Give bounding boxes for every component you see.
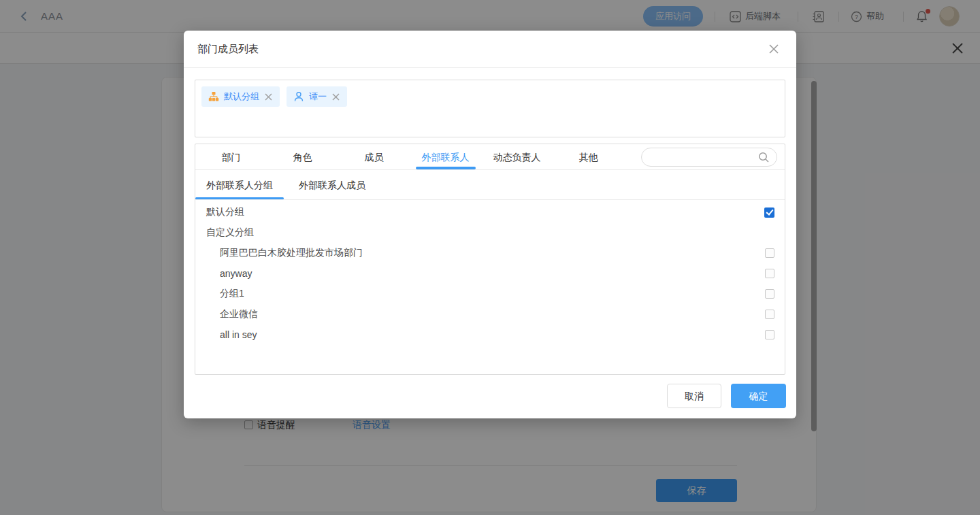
cancel-button[interactable]: 取消	[667, 384, 721, 408]
department-member-modal: 部门成员列表 默认分组 谭一 部门 角色	[184, 31, 796, 418]
list-item-checkbox[interactable]	[765, 248, 774, 258]
list-item[interactable]: 阿里巴巴白木胶处理批发市场部门	[195, 243, 785, 263]
tab-member[interactable]: 成员	[338, 144, 410, 169]
subtab-external-contact-members[interactable]: 外部联系人成员	[288, 170, 376, 199]
group-list: 默认分组 自定义分组 阿里巴巴白木胶处理批发市场部门 anyway 分组1 企业…	[195, 200, 785, 374]
tab-row: 部门 角色 成员 外部联系人 动态负责人 其他	[195, 144, 785, 170]
list-item-checkbox[interactable]	[765, 289, 774, 299]
list-item[interactable]: all in sey	[195, 325, 785, 345]
list-item-checkbox[interactable]	[765, 330, 774, 339]
tag-remove-icon[interactable]	[331, 93, 340, 101]
selected-tag-member[interactable]: 谭一	[287, 86, 347, 107]
person-icon	[293, 91, 304, 102]
list-item-label: 企业微信	[206, 308, 258, 320]
search-icon[interactable]	[758, 152, 770, 163]
list-item-label: 自定义分组	[206, 227, 254, 239]
modal-close-icon[interactable]	[768, 43, 780, 55]
list-item-label: 默认分组	[206, 206, 244, 218]
list-item[interactable]: anyway	[195, 263, 785, 284]
list-item-label: 分组1	[206, 288, 244, 300]
tag-remove-icon[interactable]	[264, 93, 273, 101]
list-item-label: all in sey	[206, 329, 257, 340]
tag-label: 谭一	[309, 90, 327, 103]
subtab-row: 外部联系人分组 外部联系人成员	[195, 170, 785, 200]
list-item[interactable]: 分组1	[195, 284, 785, 304]
selected-tags-box: 默认分组 谭一	[195, 80, 785, 137]
list-item[interactable]: 企业微信	[195, 304, 785, 325]
tag-label: 默认分组	[224, 90, 259, 103]
list-item-checkbox[interactable]	[765, 310, 774, 319]
tab-department[interactable]: 部门	[195, 144, 267, 169]
subtab-external-contact-groups[interactable]: 外部联系人分组	[195, 170, 284, 199]
tab-other[interactable]: 其他	[553, 144, 624, 169]
picker-box: 部门 角色 成员 外部联系人 动态负责人 其他 外部联系人分组 外部联系人成员 …	[195, 144, 785, 375]
list-item[interactable]: 默认分组	[195, 202, 785, 222]
confirm-button[interactable]: 确定	[731, 384, 786, 408]
tab-external-contact[interactable]: 外部联系人	[410, 144, 481, 169]
search-input[interactable]	[651, 148, 753, 166]
tab-role[interactable]: 角色	[267, 144, 338, 169]
tab-dynamic-owner[interactable]: 动态负责人	[481, 144, 553, 169]
modal-header: 部门成员列表	[184, 31, 796, 68]
search-box	[641, 148, 777, 167]
list-item-label: 阿里巴巴白木胶处理批发市场部门	[206, 247, 363, 259]
list-item[interactable]: 自定义分组	[195, 222, 785, 243]
selected-tag-group[interactable]: 默认分组	[201, 86, 280, 107]
list-item-label: anyway	[206, 268, 252, 279]
list-item-checkbox[interactable]	[764, 207, 774, 218]
org-chart-icon	[208, 91, 219, 102]
list-item-checkbox[interactable]	[765, 269, 774, 278]
modal-title: 部门成员列表	[197, 43, 259, 56]
